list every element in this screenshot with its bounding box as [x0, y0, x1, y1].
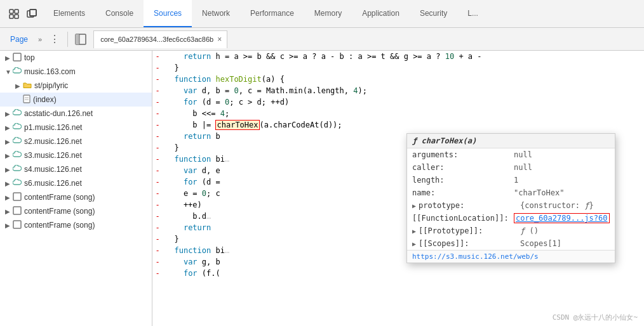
popup-header: ƒ charToHex(a): [407, 134, 615, 148]
tree-icon-frame3: [13, 220, 22, 231]
tab-application[interactable]: Application: [352, 0, 410, 27]
tree-icon-cloud5: [13, 151, 22, 160]
charToHex-highlight: charToHex: [215, 120, 259, 130]
tab-list: Elements Console Sources Network Perform…: [43, 0, 641, 27]
tab-elements[interactable]: Elements: [43, 0, 95, 27]
svg-rect-1: [15, 10, 18, 13]
tree-item-index[interactable]: (index): [0, 93, 152, 107]
popup-row-proto[interactable]: ▶ [[Prototype]]: ƒ (): [407, 225, 615, 237]
svg-rect-8: [76, 34, 79, 44]
tree-item-stpip[interactable]: ▶ st/pip/lyric: [0, 79, 152, 93]
tree-arrow: ▶: [5, 110, 13, 117]
svg-rect-0: [10, 10, 13, 13]
tree-arrow: ▶: [5, 138, 13, 145]
code-line-highlight: - b |= charToHex(a.charCodeAt(d));: [152, 119, 644, 131]
expand-arrow: ▶: [412, 202, 416, 209]
tree-item-s3[interactable]: ▶ s3.music.126.net: [0, 148, 152, 162]
tab-console[interactable]: Console: [95, 0, 144, 27]
tree-arrow: ▶: [5, 180, 13, 187]
tree-item-cf2[interactable]: ▶ contentFrame (song): [0, 204, 152, 218]
popup-row-prototype[interactable]: ▶ prototype: {constructor: ƒ}: [407, 199, 615, 212]
page-tab[interactable]: Page: [5, 32, 33, 46]
tree-item-music163[interactable]: ▼ music.163.com: [0, 65, 152, 79]
tree-item-s4[interactable]: ▶ s4.music.126.net: [0, 162, 152, 176]
file-tab-close[interactable]: ×: [217, 35, 222, 44]
sources-bar-center: core_60a2789634...3fec6cc63ac86b ×: [68, 30, 644, 48]
svg-rect-5: [30, 10, 36, 16]
popup-row-fnlocation: [[FunctionLocation]]: core_60a2789...js?…: [407, 212, 615, 225]
tree-arrow: ▶: [5, 194, 13, 201]
tree-item-cf3[interactable]: ▶ contentFrame (song): [0, 218, 152, 232]
panel-toggle-btn[interactable]: [73, 32, 88, 47]
toolbar-icons-left: [3, 6, 43, 22]
svg-rect-16: [13, 221, 21, 228]
tree-arrow: ▶: [5, 152, 13, 159]
tree-icon-file: [23, 95, 30, 105]
tree-arrow: ▶: [5, 124, 13, 131]
tree-arrow: ▶: [5, 166, 13, 173]
popup-row-arguments: arguments: null: [407, 148, 615, 161]
code-line: - return h = a >= b && c >= a ? a - b : …: [152, 51, 644, 62]
tree-arrow: ▶: [5, 222, 13, 229]
tab-sources[interactable]: Sources: [144, 0, 192, 27]
watermark: CSDN @永远十八的小仙女~: [553, 313, 638, 322]
tree-icon-cloud: [13, 67, 22, 77]
tree-icon-cloud4: [13, 137, 22, 147]
tree-icon-cloud6: [13, 165, 22, 174]
code-line: - var d, b = 0, c = Math.min(a.length, 4…: [152, 85, 644, 96]
file-tab[interactable]: core_60a2789634...3fec6cc63ac86b ×: [93, 30, 227, 48]
tree-icon-top: [13, 53, 22, 63]
popup-row-caller: caller: null: [407, 161, 615, 174]
expand-arrow3: ▶: [412, 240, 416, 247]
svg-rect-15: [13, 207, 21, 214]
tree-item-top[interactable]: ▶ top: [0, 51, 152, 65]
tab-security[interactable]: Security: [410, 0, 457, 27]
devtools-icon-2[interactable]: [24, 6, 39, 22]
code-line: - b <<= 4;: [152, 108, 644, 119]
tree-arrow: ▶: [5, 55, 13, 62]
expand-arrow2: ▶: [412, 228, 416, 235]
tree-item-p1[interactable]: ▶ p1.music.126.net: [0, 121, 152, 134]
popup-row-scopes[interactable]: ▶ [[Scopes]]: Scopes[1]: [407, 237, 615, 250]
tab-performance[interactable]: Performance: [240, 0, 304, 27]
tree-arrow: ▼: [5, 68, 13, 75]
popup-row-length: length: 1: [407, 174, 615, 186]
tree-item-cf1[interactable]: ▶ contentFrame (song): [0, 190, 152, 204]
svg-rect-10: [13, 53, 21, 61]
tree-icon-frame2: [13, 206, 22, 217]
tree-icon-frame1: [13, 192, 22, 203]
charToHex-tooltip: ƒ charToHex(a) arguments: null caller: n…: [406, 133, 615, 263]
svg-rect-2: [10, 15, 13, 18]
devtools-toolbar: Elements Console Sources Network Perform…: [0, 0, 644, 28]
popup-footer: https://s3.music.126.net/web/s: [407, 250, 615, 263]
tab-memory[interactable]: Memory: [304, 0, 352, 27]
code-area[interactable]: - return h = a >= b && c >= a ? a - b : …: [152, 51, 644, 326]
tree-icon-cloud2: [13, 109, 22, 119]
code-line: - for (f.(: [152, 268, 644, 279]
fn-location-link[interactable]: core_60a2789...js?60: [514, 213, 610, 223]
svg-rect-11: [23, 95, 30, 103]
file-tree: ▶ top ▼ music.163.com ▶: [0, 51, 152, 326]
tree-icon-cloud3: [13, 123, 22, 133]
code-line: - function hexToDigit(a) {: [152, 74, 644, 85]
tree-item-acstatic[interactable]: ▶ acstatic-dun.126.net: [0, 107, 152, 121]
tree-icon-folder: [23, 81, 32, 91]
popup-row-name: name: "charToHex": [407, 186, 615, 199]
tree-item-s2[interactable]: ▶ s2.music.126.net: [0, 134, 152, 148]
svg-rect-14: [13, 193, 21, 200]
sources-bar-left: Page » ⋮: [0, 32, 68, 47]
tab-network[interactable]: Network: [192, 0, 240, 27]
main-area: ▶ top ▼ music.163.com ▶: [0, 51, 644, 326]
more-options-btn[interactable]: ⋮: [47, 32, 62, 47]
tree-arrow: ▶: [15, 82, 23, 89]
code-line: - }: [152, 62, 644, 74]
sources-bar: Page » ⋮ core_60a2789634...3fec6cc63ac86…: [0, 28, 644, 51]
code-line: - for (d = 0; c > d; ++d): [152, 96, 644, 108]
tree-arrow: ▶: [5, 208, 13, 215]
page-tab-chevron[interactable]: »: [36, 34, 44, 44]
tab-more[interactable]: L...: [457, 0, 488, 27]
svg-rect-3: [15, 15, 18, 18]
tree-item-s6[interactable]: ▶ s6.music.126.net: [0, 176, 152, 190]
tree-icon-cloud7: [13, 179, 22, 188]
devtools-icon-1[interactable]: [6, 6, 22, 22]
